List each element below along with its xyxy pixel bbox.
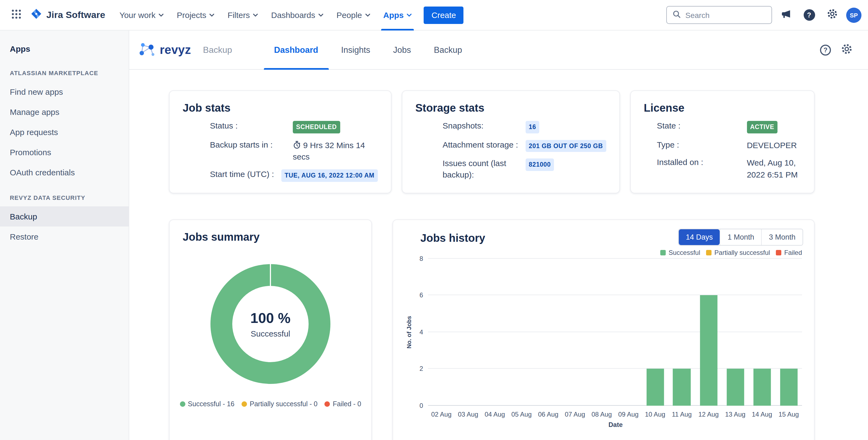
jobs-history-title: Jobs history [421,229,678,244]
job-stats-title: Job stats [183,102,378,114]
sidebar-item-find-new-apps[interactable]: Find new apps [0,82,129,102]
backup-starts-label: Backup starts in : [210,139,293,150]
sidebar-item-oauth-credentials[interactable]: OAuth credentials [0,162,129,182]
issues-count-label: Issues count (last backup): [442,158,525,180]
search-input[interactable] [685,11,766,19]
x-tick-label: 12 Aug [695,411,722,418]
x-axis-title: Date [428,421,803,429]
sidebar-item-backup[interactable]: Backup [0,206,129,227]
sidebar-heading-revyz: REVYZ DATA SECURITY [0,194,129,201]
nav-your-work[interactable]: Your work [113,0,170,30]
attachment-storage-label: Attachment storage : [442,139,525,150]
x-tick-label: 14 Aug [749,411,775,418]
global-search[interactable] [666,6,772,24]
legend-dot-green [180,401,185,407]
app-settings-gear-icon[interactable] [841,43,853,57]
nav-people[interactable]: People [330,0,376,30]
installed-on-value: Wed, Aug 10, 2022 6:51 PM [747,157,801,181]
tab-dashboard[interactable]: Dashboard [262,30,330,69]
chevron-down-icon [318,13,323,16]
help-icon: ? [803,9,815,21]
x-tick-label: 08 Aug [588,411,615,418]
search-icon [672,9,681,21]
jobs-summary-title: Jobs summary [183,231,358,243]
chevron-down-icon [365,13,370,16]
nav-apps[interactable]: Apps [377,0,418,30]
x-tick-label: 03 Aug [455,411,482,418]
nav-filters[interactable]: Filters [221,0,265,30]
tab-insights[interactable]: Insights [330,30,382,69]
sidebar-item-restore[interactable]: Restore [0,227,129,247]
revyz-brand: revyz [137,41,191,59]
app-header-actions: ? [820,43,853,57]
x-tick-label: 07 Aug [562,411,588,418]
revyz-brand-name: revyz [160,43,191,57]
storage-stats-title: Storage stats [415,102,606,114]
range-1-month-button[interactable]: 1 Month [720,229,762,245]
gear-icon [826,8,838,22]
installed-on-label: Installed on : [657,157,747,168]
bar-10-aug [646,369,664,406]
app-switcher-grid-icon [10,8,22,22]
sidebar-item-promotions[interactable]: Promotions [0,142,129,162]
job-status-badge: SCHEDULED [293,121,340,133]
chevron-down-icon [210,13,215,16]
create-button[interactable]: Create [424,6,464,24]
nav-dashboards[interactable]: Dashboards [265,0,330,30]
app-subtitle: Backup [203,45,232,55]
dashboard-content: Job stats Status : SCHEDULED Backup star… [129,70,868,440]
x-tick-label: 13 Aug [722,411,749,418]
jira-logo[interactable]: Jira Software [29,7,105,23]
y-tick-label: 0 [420,402,423,409]
snapshots-badge: 16 [525,121,539,133]
legend-square-red [776,250,782,256]
backup-countdown-value: 9 Hrs 32 Mins 14 secs [293,139,378,163]
jobs-summary-legend: Successful - 16 Partially successful - 0… [183,400,358,408]
app-root: Jira Software Your work Projects Filters… [0,0,868,440]
issues-count-badge: 821000 [525,159,554,171]
jobs-history-legend: Successful Partially successful Failed [405,249,802,257]
settings-button[interactable] [823,6,841,24]
jobs-summary-card: Jobs summary 100 % Successful [169,219,372,440]
snapshots-label: Snapshots: [442,120,525,132]
donut-percent-value: 100 % [250,310,290,327]
megaphone-icon [781,8,792,22]
license-state-badge: ACTIVE [747,121,777,133]
y-tick-label: 2 [420,365,423,373]
legend-square-green [660,250,666,256]
chevron-down-icon [407,13,412,16]
user-avatar[interactable]: SP [846,7,862,23]
nav-projects[interactable]: Projects [170,0,221,30]
x-tick-label: 04 Aug [482,411,508,418]
bar-14-aug [753,369,771,406]
job-stats-card: Job stats Status : SCHEDULED Backup star… [169,91,391,193]
x-tick-label: 10 Aug [642,411,669,418]
bar-15-aug [780,369,797,406]
legend-partially-successful: Partially successful - 0 [242,400,318,408]
revyz-tabs: Dashboard Insights Jobs Backup [262,30,473,69]
app-help-icon[interactable]: ? [820,44,831,55]
tab-backup[interactable]: Backup [423,30,473,69]
donut-percent-label: Successful [251,329,290,338]
tab-jobs[interactable]: Jobs [382,30,423,69]
legend-partially-successful: Partially successful [706,249,770,257]
license-card: License State : ACTIVE Type : DEVELOPER [630,91,814,193]
x-tick-label: 11 Aug [669,411,695,418]
sidebar-item-manage-apps[interactable]: Manage apps [0,102,129,122]
jobs-history-plot: 02468 [428,259,802,406]
sidebar-title: Apps [0,44,129,54]
gridline [428,295,802,296]
range-3-month-button[interactable]: 3 Month [761,229,803,245]
storage-stats-card: Storage stats Snapshots: 16 Attachment s… [402,91,620,193]
range-14-days-button[interactable]: 14 Days [679,229,720,245]
donut-segment-gap [270,264,271,286]
help-button[interactable]: ? [800,6,818,24]
jira-logo-text: Jira Software [46,9,105,21]
y-tick-label: 6 [420,292,423,299]
legend-successful: Successful - 16 [180,400,235,408]
app-switcher-button[interactable] [8,6,25,24]
sidebar-item-app-requests[interactable]: App requests [0,122,129,142]
x-tick-label: 02 Aug [428,411,455,418]
legend-successful: Successful [660,249,700,257]
announcement-button[interactable] [777,6,795,24]
